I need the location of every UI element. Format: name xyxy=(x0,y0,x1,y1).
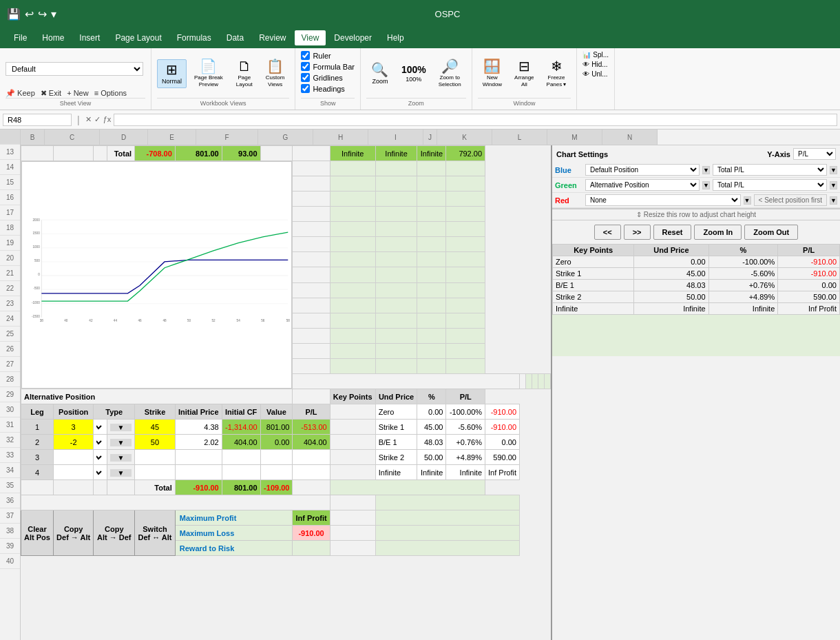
cell-n13[interactable]: 792.00 xyxy=(446,146,485,161)
cell-l25[interactable] xyxy=(375,328,417,343)
prev-prev-btn[interactable]: << xyxy=(594,225,621,240)
cell-c36[interactable] xyxy=(53,480,93,495)
blue-position-select[interactable]: Default Position Alternative Position No… xyxy=(585,164,700,176)
cell-k17[interactable] xyxy=(330,207,375,222)
cell-m24[interactable] xyxy=(417,313,446,328)
formula-fx-btn[interactable]: ƒx xyxy=(103,115,112,124)
cell-j30[interactable] xyxy=(293,389,330,404)
select-position-btn[interactable]: < Select position first xyxy=(754,194,828,206)
value-2[interactable]: 0.00 xyxy=(260,435,293,450)
cell-bi29[interactable] xyxy=(293,373,520,389)
cell-j40[interactable] xyxy=(330,541,375,556)
value-4[interactable] xyxy=(260,465,293,480)
cell-n24[interactable] xyxy=(446,313,485,328)
cell-k15[interactable] xyxy=(330,176,375,192)
menu-page-layout[interactable]: Page Layout xyxy=(108,30,168,45)
cell-l27[interactable] xyxy=(375,358,417,373)
quick-access-dropdown[interactable]: ▾ xyxy=(51,8,56,21)
cell-e13-total[interactable]: Total xyxy=(107,146,135,161)
name-box[interactable] xyxy=(3,114,72,126)
cell-m22[interactable] xyxy=(417,282,446,298)
copy-alt-def-btn[interactable]: CopyAlt → Def xyxy=(94,510,135,556)
red-position-dropdown[interactable]: ▼ xyxy=(744,196,751,205)
cell-j33[interactable] xyxy=(330,435,375,450)
cell-n16[interactable] xyxy=(446,192,485,207)
type-4-dropdown[interactable]: ▼ xyxy=(107,465,135,480)
cell-c13[interactable] xyxy=(53,146,93,161)
cell-k26[interactable] xyxy=(330,343,375,358)
cell-k14[interactable] xyxy=(330,161,375,176)
type-3-dropdown[interactable]: ▼ xyxy=(107,450,135,465)
formula-input[interactable] xyxy=(114,114,837,126)
arrange-all-btn[interactable]: ⊟ ArrangeAll xyxy=(510,56,538,91)
formula-bar-checkbox[interactable]: Formula Bar xyxy=(301,62,355,71)
copy-def-alt-btn[interactable]: CopyDef → Alt xyxy=(53,510,93,556)
cell-m13[interactable]: Infinite xyxy=(417,146,446,161)
cell-n14[interactable] xyxy=(446,161,485,176)
sheet-view-dropdown[interactable]: Default xyxy=(6,62,143,76)
cell-n15[interactable] xyxy=(446,176,485,192)
cell-j27[interactable] xyxy=(293,358,330,373)
cell-n29[interactable] xyxy=(545,373,551,389)
cell-j34[interactable] xyxy=(330,450,375,465)
type-2-select[interactable]: CallPutNone xyxy=(94,435,107,450)
cell-k13[interactable]: Infinite xyxy=(330,146,375,161)
reset-btn[interactable]: Reset xyxy=(653,225,692,240)
cell-n20[interactable] xyxy=(446,252,485,267)
cell-l17[interactable] xyxy=(375,207,417,222)
menu-review[interactable]: Review xyxy=(252,30,293,45)
cell-f13[interactable]: -708.00 xyxy=(135,146,176,161)
initial-cf-1[interactable]: -1,314.00 xyxy=(222,420,260,435)
cell-m17[interactable] xyxy=(417,207,446,222)
cell-k21[interactable] xyxy=(330,267,375,282)
cell-l26[interactable] xyxy=(375,343,417,358)
new-btn[interactable]: + New xyxy=(67,89,89,98)
menu-data[interactable]: Data xyxy=(220,30,251,45)
formula-cancel-btn[interactable]: ✕ xyxy=(85,115,92,124)
cell-m21[interactable] xyxy=(417,267,446,282)
type-2-dropdown[interactable]: ▼ xyxy=(107,435,135,450)
menu-insert[interactable]: Insert xyxy=(72,30,107,45)
cell-k25[interactable] xyxy=(330,328,375,343)
pl-2[interactable]: 404.00 xyxy=(293,435,330,450)
value-3[interactable] xyxy=(260,450,293,465)
cell-j37[interactable] xyxy=(330,495,375,510)
next-next-btn[interactable]: >> xyxy=(624,225,651,240)
position-1[interactable]: 3 xyxy=(53,420,93,435)
cell-l14[interactable] xyxy=(375,161,417,176)
cell-n22[interactable] xyxy=(446,282,485,298)
cell-k18[interactable] xyxy=(330,222,375,237)
cell-g13[interactable]: 801.00 xyxy=(175,146,222,161)
cell-m20[interactable] xyxy=(417,252,446,267)
initial-price-4[interactable] xyxy=(175,465,222,480)
strike-4[interactable] xyxy=(135,465,176,480)
zoom-in-btn[interactable]: Zoom In xyxy=(694,225,742,240)
new-window-btn[interactable]: 🪟 NewWindow xyxy=(478,56,507,91)
zoom-selection-btn[interactable]: 🔎 Zoom toSelection xyxy=(434,56,466,91)
blue-pl-select[interactable]: Total P/L Delta xyxy=(713,164,827,176)
blue-position-dropdown[interactable]: ▼ xyxy=(702,166,710,174)
cell-m16[interactable] xyxy=(417,192,446,207)
cell-l18[interactable] xyxy=(375,222,417,237)
zoom-out-btn[interactable]: Zoom Out xyxy=(744,225,798,240)
cell-k22[interactable] xyxy=(330,282,375,298)
red-position-select[interactable]: None Default Position Alternative Positi… xyxy=(585,194,741,206)
position-3[interactable] xyxy=(53,450,93,465)
redo-icon[interactable]: ↪ xyxy=(38,8,47,21)
cell-i13[interactable] xyxy=(260,146,293,161)
cell-l20[interactable] xyxy=(375,252,417,267)
cell-j13[interactable] xyxy=(293,146,330,161)
initial-cf-2[interactable]: 404.00 xyxy=(222,435,260,450)
page-layout-btn[interactable]: 🗋 PageLayout xyxy=(231,56,258,91)
cell-m19[interactable] xyxy=(417,237,446,252)
custom-views-btn[interactable]: 📋 CustomViews xyxy=(261,56,290,91)
cell-j22[interactable] xyxy=(293,282,330,298)
position-2[interactable]: -2 xyxy=(53,435,93,450)
cell-n26[interactable] xyxy=(446,343,485,358)
zoom-btn[interactable]: 🔍 Zoom xyxy=(366,59,394,89)
cell-n23[interactable] xyxy=(446,298,485,313)
headings-checkbox[interactable]: Headings xyxy=(301,84,344,93)
cell-j32[interactable] xyxy=(330,420,375,435)
y-axis-select[interactable]: P/L Delta Gamma xyxy=(793,148,836,160)
red-pl-dropdown[interactable]: ▼ xyxy=(830,196,837,205)
